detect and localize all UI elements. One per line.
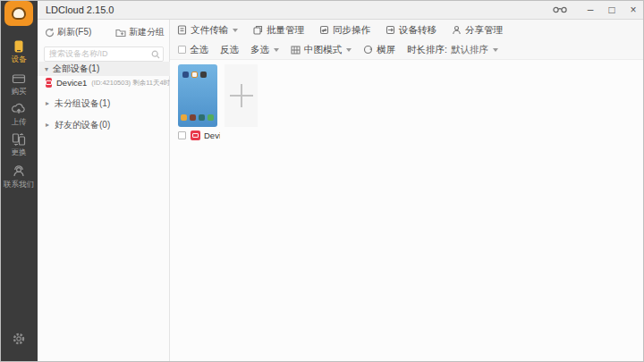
group-friends[interactable]: ▸ 好友的设备(0) bbox=[38, 118, 170, 131]
chevron-right-icon: ▸ bbox=[46, 99, 49, 107]
toolbar: 文件传输 批量管理 同步操作 设备转移 分享管理 bbox=[170, 20, 644, 40]
new-group-folder-icon bbox=[115, 28, 126, 38]
sidebar-item-label: 上传 bbox=[0, 117, 38, 126]
file-transfer-button[interactable]: 文件传输 bbox=[177, 24, 238, 37]
device-transfer-label: 设备转移 bbox=[399, 24, 436, 37]
landscape-button[interactable]: 横屏 bbox=[363, 44, 395, 56]
main-area: 文件传输 批量管理 同步操作 设备转移 分享管理 全选 反选 多选 bbox=[170, 20, 644, 362]
new-group-label: 新建分组 bbox=[129, 26, 165, 38]
chevron-down-icon: ▾ bbox=[45, 65, 48, 73]
plus-icon bbox=[230, 84, 253, 107]
multi-select-button[interactable]: 多选 bbox=[250, 44, 279, 56]
batch-manage-label: 批量管理 bbox=[267, 24, 304, 37]
view-mode-label: 中图模式 bbox=[304, 44, 342, 56]
sync-icon bbox=[319, 25, 329, 35]
device-transfer-button[interactable]: 设备转移 bbox=[386, 24, 436, 37]
sidebar-item-swap[interactable]: 更换 bbox=[0, 132, 38, 156]
invert-select-button[interactable]: 反选 bbox=[220, 44, 239, 56]
refresh-button[interactable]: 刷新(F5) bbox=[45, 26, 91, 38]
grid-view-icon bbox=[291, 46, 301, 55]
caret-down-icon bbox=[493, 48, 498, 52]
group-all-devices[interactable]: ▾ 全部设备(1) bbox=[38, 62, 170, 76]
device-name: Device1 bbox=[56, 78, 87, 88]
rotate-screen-icon bbox=[363, 45, 373, 55]
app-logo-mascot bbox=[12, 7, 26, 20]
thumbnail-label-row: Device1 bbox=[178, 130, 220, 140]
sort-value: 默认排序 bbox=[451, 44, 488, 56]
file-icon bbox=[177, 25, 187, 35]
batch-icon bbox=[253, 25, 263, 35]
invert-select-label: 反选 bbox=[220, 44, 239, 56]
device-type-badge-icon bbox=[191, 130, 200, 140]
close-button[interactable]: × bbox=[623, 0, 644, 19]
caret-down-icon bbox=[346, 48, 352, 52]
upload-cloud-icon bbox=[12, 102, 26, 116]
device-type-badge-icon bbox=[46, 78, 52, 88]
sidebar-item-label: 设备 bbox=[0, 55, 38, 63]
landscape-label: 横屏 bbox=[377, 44, 395, 56]
caret-down-icon bbox=[274, 48, 279, 52]
new-group-button[interactable]: 新建分组 bbox=[115, 26, 165, 38]
dock-app-icon bbox=[199, 114, 205, 121]
thumbnail-device-name: Device1 bbox=[204, 130, 220, 140]
group-ungrouped-label: 未分组设备(1) bbox=[55, 97, 110, 110]
device-list-item[interactable]: Device1 (ID:4210503) 剩余11天4时 bbox=[38, 76, 170, 89]
share-manage-label: 分享管理 bbox=[465, 24, 503, 37]
sync-ops-label: 同步操作 bbox=[333, 24, 370, 37]
transfer-icon bbox=[386, 25, 395, 35]
app-icon bbox=[200, 72, 207, 78]
batch-manage-button[interactable]: 批量管理 bbox=[253, 24, 304, 37]
group-all-label: 全部设备(1) bbox=[53, 63, 99, 75]
sidebar-item-contact[interactable]: 联系我们 bbox=[0, 164, 38, 189]
refresh-label: 刷新(F5) bbox=[57, 26, 91, 38]
add-device-card[interactable] bbox=[225, 64, 258, 127]
sync-ops-button[interactable]: 同步操作 bbox=[319, 24, 370, 37]
dock-app-icon bbox=[181, 114, 187, 121]
settings-gear-icon[interactable] bbox=[12, 332, 26, 349]
search-icon[interactable] bbox=[151, 46, 160, 63]
contact-headset-icon bbox=[12, 164, 26, 179]
phone-swap-icon bbox=[12, 132, 26, 147]
app-logo bbox=[4, 1, 33, 26]
dock-app-icon bbox=[190, 114, 196, 121]
sort-label: 时长排序: bbox=[407, 44, 447, 56]
select-all-label: 全选 bbox=[190, 44, 208, 56]
dock-app-icon bbox=[208, 114, 214, 121]
sidebar-item-devices[interactable]: 设备 bbox=[0, 39, 38, 63]
view-mode-button[interactable]: 中图模式 bbox=[291, 44, 352, 56]
chevron-right-icon: ▸ bbox=[46, 121, 49, 129]
device-icon bbox=[12, 39, 26, 54]
caret-down-icon bbox=[233, 29, 238, 32]
nav-rail: 设备 购买 上传 更换 联系我们 bbox=[0, 0, 38, 362]
sidebar-item-buy[interactable]: 购买 bbox=[0, 72, 38, 96]
maximize-button[interactable]: □ bbox=[601, 0, 623, 19]
view-bar: 全选 反选 多选 中图模式 横屏 时长排序: 默认排序 bbox=[170, 40, 644, 60]
search-input[interactable] bbox=[44, 46, 164, 62]
sort-dropdown[interactable]: 时长排序: 默认排序 bbox=[407, 44, 498, 56]
sidebar-item-upload[interactable]: 上传 bbox=[0, 102, 38, 126]
share-manage-button[interactable]: 分享管理 bbox=[452, 24, 503, 37]
refresh-icon bbox=[45, 28, 55, 38]
app-icon bbox=[182, 72, 189, 78]
buy-card-icon bbox=[12, 72, 26, 86]
app-icon bbox=[191, 72, 198, 78]
file-transfer-label: 文件传输 bbox=[191, 24, 228, 37]
multi-select-label: 多选 bbox=[250, 44, 269, 56]
device-list-panel: 刷新(F5) 新建分组 ▾ 全部设备(1) Device1 (ID:421050… bbox=[38, 20, 170, 362]
sidebar-item-label: 购买 bbox=[0, 87, 38, 96]
title-bar: LDCloud 2.15.0 – □ × bbox=[38, 0, 644, 20]
group-ungrouped[interactable]: ▸ 未分组设备(1) bbox=[38, 97, 170, 110]
sidebar-item-label: 联系我们 bbox=[0, 180, 38, 189]
device-thumbnail[interactable] bbox=[178, 64, 217, 127]
share-person-icon bbox=[452, 25, 462, 35]
window-title: LDCloud 2.15.0 bbox=[46, 4, 114, 15]
checkbox-icon[interactable] bbox=[178, 46, 186, 54]
device-select-checkbox[interactable] bbox=[178, 131, 186, 139]
service-glasses-icon[interactable] bbox=[549, 0, 571, 19]
select-all-checkbox[interactable]: 全选 bbox=[178, 44, 208, 56]
device-meta: (ID:4210503) 剩余11天4时 bbox=[91, 79, 170, 88]
group-friends-label: 好友的设备(0) bbox=[55, 119, 110, 131]
sidebar-item-label: 更换 bbox=[0, 147, 38, 156]
minimize-button[interactable]: – bbox=[580, 0, 601, 19]
